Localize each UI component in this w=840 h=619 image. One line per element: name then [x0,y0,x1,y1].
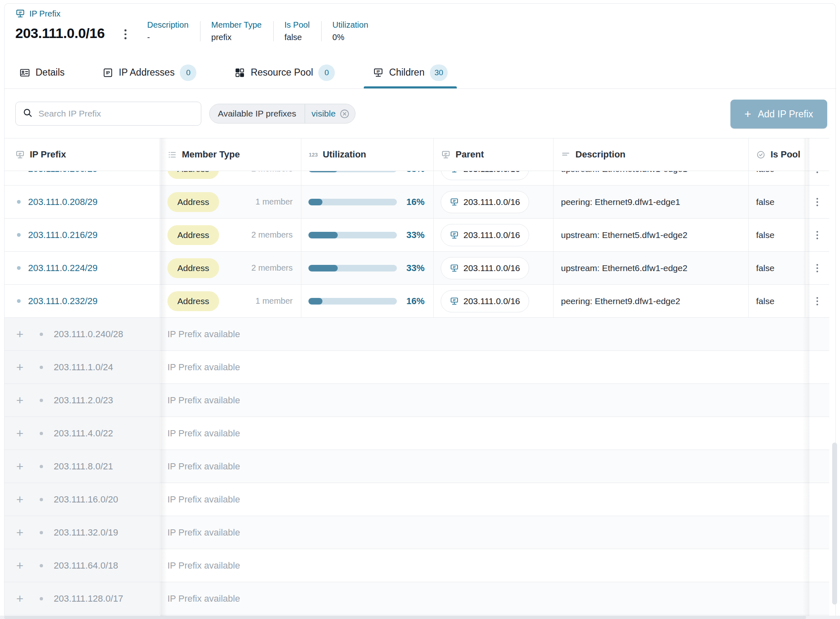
stat-divider [200,21,200,41]
row-kebab-menu[interactable] [813,195,821,210]
available-prefix-label: 203.111.2.0/23 [54,395,113,406]
table-row: 203.111.0.216/29 Address 2 members 33% I… [5,219,829,252]
ip-prefix-icon: IP [15,9,25,19]
svg-text:IP: IP [453,265,456,269]
svg-text:IP: IP [453,199,456,203]
utilization-cell: 16% [301,186,434,218]
remove-filter-icon[interactable] [339,108,350,119]
stat-member-type: Member Typeprefix [211,19,273,43]
ip-prefix-icon: IP [373,67,384,78]
add-plus-icon[interactable]: + [14,493,25,506]
row-kebab-menu[interactable] [813,228,821,243]
add-plus-icon[interactable]: + [14,559,25,572]
row-kebab-menu[interactable] [813,261,821,276]
column-label: Member Type [182,149,240,160]
prefix-dot-icon [40,465,43,468]
available-prefix-row: + 203.111.64.0/18 IP Prefix available [5,549,829,582]
column-header-is-pool[interactable]: Is Pool [749,138,805,171]
ip-prefix-icon: IP [15,150,25,160]
horizontal-scrollbar[interactable] [4,616,806,619]
parent-prefix-label: 203.111.0.0/16 [463,230,520,240]
add-plus-icon[interactable]: + [14,328,25,340]
title-kebab-menu[interactable] [122,26,129,43]
tab-count-badge: 30 [430,64,448,81]
ip-prefix-icon: IP [450,198,459,207]
utilization-percent: 33% [406,263,425,274]
prefix-dot-icon [40,399,43,402]
utilization-cell: 33% [301,252,434,284]
utilization-bar [308,298,397,305]
column-header-description[interactable]: Description [554,138,749,171]
page-title: 203.111.0.0/16 [15,20,105,46]
ip-prefix-link[interactable]: 203.111.0.232/29 [28,296,98,307]
tab-label: Details [36,67,64,78]
horizontal-scrollbar-track [0,616,840,619]
ip-prefix-link[interactable]: 203.111.0.224/29 [28,263,98,274]
parent-cell: IP 203.111.0.0/16 [434,186,554,218]
column-header-member-type[interactable]: Member Type [160,138,301,171]
search-input[interactable] [38,109,194,119]
filter-chip[interactable]: Available IP prefixes visible [209,104,356,124]
search-input-wrapper [15,102,201,126]
available-prefix-row: + 203.111.1.0/24 IP Prefix available [5,351,829,384]
available-prefix-cell: + 203.111.2.0/23 [5,384,160,417]
prefix-dot-icon [40,531,43,534]
tab-label: Children [389,67,425,78]
description-cell: peering: Ethernet9.dfw1-edge1 [554,186,749,218]
add-plus-icon[interactable]: + [14,361,25,374]
column-header-utilization[interactable]: 123 Utilization [301,138,434,171]
app-window: IP IP Prefix 203.111.0.0/16 Description-… [4,3,836,619]
add-plus-icon[interactable]: + [14,394,25,407]
available-prefix-row: + 203.111.16.0/20 IP Prefix available [5,483,829,516]
add-plus-icon[interactable]: + [14,427,25,440]
ip-prefix-icon: IP [450,297,459,306]
stat-divider [321,21,322,41]
stat-value: prefix [211,33,262,42]
parent-cell: IP 203.111.0.0/16 [434,219,554,251]
column-label: Parent [456,149,484,160]
add-plus-icon[interactable]: + [14,526,25,539]
utilization-percent: 33% [406,230,425,240]
number-123-icon: 123 [309,152,318,158]
svg-text:IP: IP [19,152,21,155]
tab-details[interactable]: Details [10,57,74,88]
add-plus-icon[interactable]: + [14,460,25,473]
tab-resource-pool[interactable]: Resource Pool0 [225,57,344,88]
ip-prefix-icon: IP [441,150,451,160]
parent-prefix-chip[interactable]: IP 203.111.0.0/16 [441,224,529,246]
text-lines-icon [561,150,570,160]
stat-value: false [284,33,310,42]
available-prefix-label: 203.111.8.0/21 [54,461,113,472]
is-pool-cell: false [749,219,805,251]
add-ip-prefix-button[interactable]: + Add IP Prefix [730,100,827,129]
parent-prefix-chip[interactable]: IP 203.111.0.0/16 [441,191,529,213]
available-prefix-cell: + 203.111.128.0/17 [5,582,160,615]
parent-prefix-chip[interactable]: IP 203.111.0.0/16 [441,257,529,279]
utilization-percent: 16% [406,197,425,207]
tab-ip-addresses[interactable]: IPIP Addresses0 [93,57,205,88]
tab-children[interactable]: IPChildren30 [364,57,457,88]
is-pool-cell: false [749,186,805,218]
ip-prefix-link[interactable]: 203.111.0.208/29 [28,197,98,207]
stat-label: Is Pool [284,20,310,30]
row-kebab-menu[interactable] [813,294,821,309]
available-prefix-label: 203.111.4.0/22 [54,428,113,439]
utilization-bar [308,265,397,271]
ip-prefix-link[interactable]: 203.111.0.216/29 [28,230,98,240]
utilization-bar [308,199,397,205]
column-header-parent[interactable]: IP Parent [434,138,554,171]
parent-prefix-label: 203.111.0.0/16 [463,263,520,273]
vertical-scrollbar[interactable] [832,443,837,605]
available-prefix-cell: + 203.111.16.0/20 [5,483,160,516]
utilization-cell: 33% [301,219,434,251]
prefix-dot-icon [40,366,43,369]
available-prefix-row: + 203.111.0.240/28 IP Prefix available [5,318,829,351]
breadcrumb[interactable]: IP IP Prefix [15,9,60,19]
column-header-ip-prefix[interactable]: IP IP Prefix [5,138,160,171]
add-plus-icon[interactable]: + [14,593,25,605]
parent-prefix-chip[interactable]: IP 203.111.0.0/16 [441,290,529,312]
available-status-cell: IP Prefix available [160,516,829,549]
row-actions-cell [805,219,829,251]
available-prefix-cell: + 203.111.8.0/21 [5,450,160,483]
tab-count-badge: 0 [180,64,196,81]
